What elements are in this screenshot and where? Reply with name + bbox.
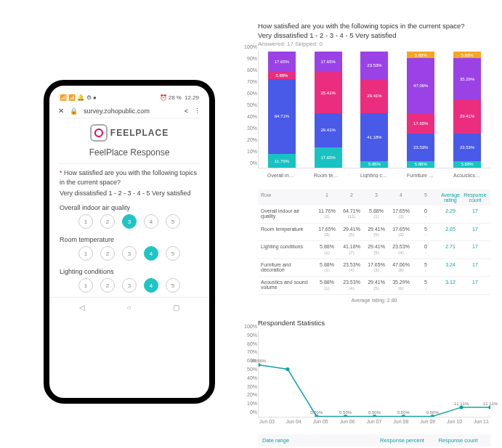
x-label: Lighting conditi… bbox=[360, 173, 388, 178]
bar-segment: 5.88% bbox=[453, 161, 481, 168]
rating-button-1[interactable]: 1 bbox=[78, 246, 93, 261]
svg-point-0 bbox=[259, 363, 261, 367]
bar-col: 11.76%64.71%5.88%17.65% bbox=[268, 52, 296, 168]
rating-row: 12345 bbox=[58, 278, 201, 293]
rating-button-1[interactable]: 1 bbox=[78, 214, 93, 229]
point-label: 0.50% bbox=[426, 410, 439, 415]
rating-button-5[interactable]: 5 bbox=[166, 214, 180, 229]
table-row: Acoustics and sound volume5.88%(1)23.53%… bbox=[258, 277, 490, 295]
bar-segment: 11.76% bbox=[268, 154, 296, 168]
avg-rating-line: Average rating: 2.80 bbox=[258, 298, 490, 303]
x-label: Jun 08 bbox=[393, 419, 408, 424]
bar-segment: 23.53% bbox=[453, 134, 481, 161]
nav-recent-icon[interactable]: ▢ bbox=[173, 304, 179, 311]
x-label: Furniture and d… bbox=[407, 173, 434, 178]
th-row: Row bbox=[261, 192, 315, 203]
logo: FEELPLACE bbox=[58, 124, 201, 142]
more-icon[interactable]: ⋮ bbox=[194, 107, 201, 115]
line-chart: 0%10%20%30%40%50%60%70%80%90%100% 60.56%… bbox=[258, 331, 490, 418]
nav-back-icon[interactable]: ◁ bbox=[79, 304, 85, 311]
rating-button-2[interactable]: 2 bbox=[100, 246, 115, 261]
th-resp-cnt: Response count bbox=[430, 437, 486, 444]
y-tick: 100% bbox=[244, 323, 257, 328]
logo-text: FEELPLACE bbox=[110, 128, 169, 138]
scale-label: Very dissatisfied 1 - 2 - 3 - 4 - 5 Very… bbox=[60, 190, 199, 197]
bar-segment: 5.88% bbox=[453, 52, 481, 58]
bar-segment: 41.18% bbox=[360, 113, 388, 161]
th-2: 2 bbox=[339, 192, 364, 203]
x-label: Jun 07 bbox=[366, 419, 381, 424]
url-text: survey.zohopublic.com bbox=[84, 107, 150, 115]
y-tick: 30% bbox=[247, 126, 257, 131]
rating-button-3[interactable]: 3 bbox=[122, 278, 137, 293]
x-label: Jun 11 bbox=[474, 419, 489, 424]
y-tick: 10% bbox=[247, 401, 257, 406]
time-label: 12.29 bbox=[185, 94, 199, 101]
y-tick: 0% bbox=[250, 409, 257, 414]
survey-title: FeelPlace Response bbox=[58, 147, 201, 164]
svg-point-1 bbox=[286, 367, 289, 371]
point-label: 0.50% bbox=[368, 410, 381, 415]
rating-row: 12345 bbox=[58, 246, 201, 261]
status-bar: 📶 📶 🔔 ⚙ ● ⏰ 28 % 12.29 bbox=[58, 91, 201, 104]
bar-segment: 17.65% bbox=[315, 147, 342, 168]
topic-label: Overall indoor air quality bbox=[60, 204, 201, 211]
y-tick: 80% bbox=[247, 68, 257, 73]
table-row: Lighting conditions5.88%(1)41.18%(7)29.4… bbox=[258, 241, 490, 259]
status-left: 📶 📶 🔔 ⚙ ● bbox=[60, 94, 97, 101]
bar-col: 5.88%41.18%29.41%23.53% bbox=[360, 52, 388, 168]
rating-button-4[interactable]: 4 bbox=[144, 246, 158, 261]
bar-segment: 17.65% bbox=[268, 52, 296, 72]
y-tick: 90% bbox=[247, 56, 257, 61]
share-icon[interactable]: < bbox=[185, 107, 188, 115]
android-nav: ◁ ○ ▢ bbox=[58, 298, 201, 311]
point-label: 11.11% bbox=[483, 402, 498, 406]
bar-segment: 35.41% bbox=[315, 72, 342, 113]
rating-button-4[interactable]: 4 bbox=[144, 278, 158, 293]
bar-col: 5.88%23.53%17.65%47.06%5.88% bbox=[407, 52, 434, 168]
th-4: 4 bbox=[389, 192, 413, 203]
rating-button-5[interactable]: 5 bbox=[166, 278, 180, 293]
x-label: Jun 06 bbox=[340, 419, 355, 424]
bar-segment: 29.41% bbox=[315, 113, 342, 147]
x-label: Jun 10 bbox=[447, 419, 462, 424]
y-tick: 40% bbox=[247, 114, 257, 119]
date-range-table: Date range Response percent Response cou… bbox=[258, 434, 490, 448]
th-avg: Average rating bbox=[438, 192, 463, 203]
th-3: 3 bbox=[364, 192, 389, 203]
y-tick: 100% bbox=[244, 44, 257, 49]
x-label: Jun 09 bbox=[420, 419, 435, 424]
rating-button-2[interactable]: 2 bbox=[100, 278, 115, 293]
results-table: Row 1 2 3 4 5 Average rating Response co… bbox=[258, 190, 490, 295]
th-5: 5 bbox=[413, 192, 438, 203]
browser-bar: ✕ 🔒 survey.zohopublic.com < ⋮ bbox=[58, 104, 201, 118]
x-label: Jun 03 bbox=[259, 419, 275, 424]
th-resp-pct: Response percent bbox=[374, 437, 430, 444]
point-label: 0.50% bbox=[310, 410, 323, 415]
x-label: Acoustics and … bbox=[453, 173, 481, 178]
y-tick: 10% bbox=[247, 149, 257, 154]
bar-segment: 5.88% bbox=[360, 161, 388, 168]
y-tick: 70% bbox=[247, 79, 257, 84]
rating-button-1[interactable]: 1 bbox=[78, 278, 93, 293]
bar-segment: 35.29% bbox=[453, 58, 481, 99]
rating-button-2[interactable]: 2 bbox=[100, 214, 115, 229]
th-cnt: Response count bbox=[463, 192, 487, 203]
th-1: 1 bbox=[315, 192, 339, 203]
rating-button-5[interactable]: 5 bbox=[166, 246, 180, 261]
y-tick: 90% bbox=[247, 332, 257, 337]
y-tick: 30% bbox=[247, 383, 257, 388]
close-icon[interactable]: ✕ bbox=[58, 107, 64, 115]
topic-label: Room temperature bbox=[60, 236, 201, 243]
nav-home-icon[interactable]: ○ bbox=[126, 304, 131, 311]
th-date-range: Date range bbox=[262, 437, 374, 444]
table-row: Room temperature17.65%(3)29.41%(5)29.41%… bbox=[258, 224, 490, 242]
y-tick: 0% bbox=[250, 160, 257, 166]
rating-button-3[interactable]: 3 bbox=[122, 214, 137, 229]
svg-point-8 bbox=[488, 405, 490, 409]
rating-button-4[interactable]: 4 bbox=[144, 214, 158, 229]
stats-title: Respondent Statistics bbox=[258, 319, 490, 327]
rating-button-3[interactable]: 3 bbox=[122, 246, 137, 261]
topic-label: Lighting conditions bbox=[60, 268, 201, 275]
x-label: Jun 04 bbox=[286, 419, 301, 424]
